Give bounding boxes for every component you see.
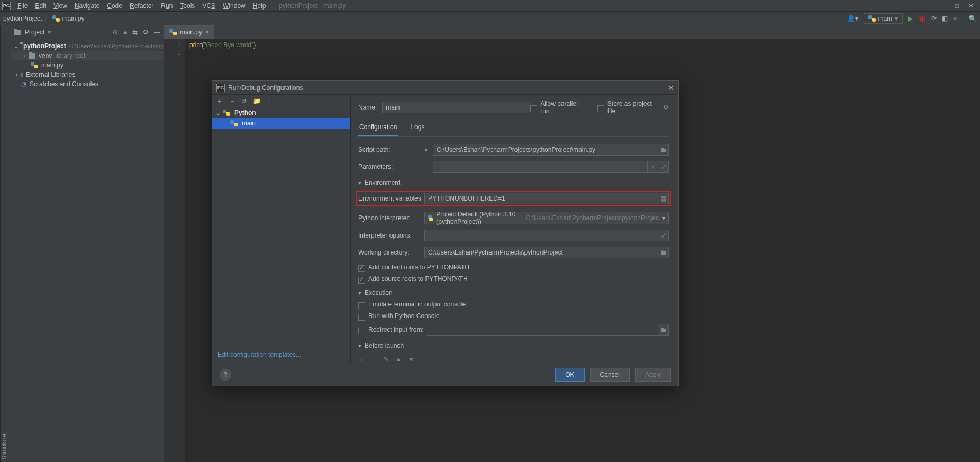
menu-navigate[interactable]: Navigate: [71, 2, 103, 10]
menu-bar: PC File Edit View Navigate Code Refactor…: [0, 0, 980, 12]
project-tool-tab[interactable]: Project: [0, 25, 11, 462]
collapse-all-icon[interactable]: ⇆: [132, 29, 138, 36]
chevron-down-icon[interactable]: ▾: [358, 289, 361, 296]
cancel-button[interactable]: Cancel: [590, 368, 630, 382]
menu-vcs[interactable]: VCS: [198, 2, 219, 10]
editor-tab-main[interactable]: main.py ×: [164, 25, 214, 39]
browse-icon[interactable]: 🖿: [658, 324, 669, 336]
window-maximize-icon[interactable]: □: [955, 2, 959, 10]
chevron-down-icon[interactable]: ▾: [48, 29, 51, 36]
remove-config-icon[interactable]: －: [229, 97, 235, 106]
expand-icon[interactable]: ＋: [648, 161, 658, 173]
tree-external[interactable]: › ⫴ External Libraries: [11, 70, 164, 79]
script-path-input[interactable]: [433, 144, 658, 156]
interpreter-path: C:\Users\Eshan\PycharmProjects\pythonPro…: [526, 214, 659, 222]
tab-label: main.py: [180, 29, 202, 36]
add-user-icon[interactable]: 👤▾: [847, 15, 858, 22]
breadcrumb-file[interactable]: main.py: [62, 15, 84, 22]
config-group-label: Python: [234, 109, 256, 116]
tree-venv[interactable]: › venv library root: [11, 51, 164, 60]
down-task-icon[interactable]: ▼: [408, 356, 414, 363]
redirect-input-label: Redirect input from:: [368, 326, 427, 333]
tree-scratches[interactable]: ◔ Scratches and Consoles: [11, 79, 164, 89]
save-config-icon[interactable]: 📁: [253, 97, 261, 105]
interpreter-label: Python interpreter:: [358, 214, 424, 222]
chevron-down-icon[interactable]: ▾: [358, 342, 361, 349]
edit-task-icon[interactable]: ✎: [384, 356, 389, 363]
tab-configuration[interactable]: Configuration: [358, 121, 398, 136]
breadcrumb-project[interactable]: pythonProject: [3, 15, 42, 22]
env-vars-label: Environment variables:: [358, 195, 424, 202]
structure-tool-tab[interactable]: Structure: [0, 432, 11, 462]
source-roots-checkbox[interactable]: [358, 277, 365, 284]
interp-options-input[interactable]: [424, 230, 658, 241]
copy-config-icon[interactable]: ⧉: [242, 97, 247, 105]
config-item-label: main: [242, 120, 256, 127]
workdir-input[interactable]: [424, 247, 658, 258]
browse-icon[interactable]: 🖿: [658, 144, 669, 156]
config-item-main[interactable]: main: [212, 118, 350, 129]
project-name: pythonProject: [23, 42, 66, 50]
add-task-icon[interactable]: ＋: [358, 356, 365, 363]
menu-help[interactable]: Help: [249, 2, 270, 10]
menu-view[interactable]: View: [50, 2, 71, 10]
expand-all-icon[interactable]: ≡: [123, 29, 127, 36]
dialog-title: Run/Debug Configurations: [228, 84, 303, 92]
allow-parallel-checkbox[interactable]: [530, 105, 537, 112]
chevron-down-icon[interactable]: ▾: [358, 179, 361, 186]
stop-icon[interactable]: ■: [953, 15, 957, 22]
python-icon: [223, 109, 230, 116]
menu-edit[interactable]: Edit: [31, 2, 50, 10]
hide-icon[interactable]: —: [154, 29, 160, 36]
close-tab-icon[interactable]: ×: [205, 29, 209, 36]
menu-code[interactable]: Code: [103, 2, 126, 10]
enlarge-icon[interactable]: ⤢: [658, 230, 669, 241]
move-config-icon[interactable]: ↕: [267, 97, 270, 105]
menu-refactor[interactable]: Refactor: [126, 2, 157, 10]
navigation-bar: pythonProject 〉 main.py 👤▾ main ▾ ▶ 🐞 ⟳ …: [0, 12, 980, 25]
run-console-checkbox[interactable]: [358, 314, 365, 321]
up-task-icon[interactable]: ▲: [395, 356, 402, 363]
edit-env-icon[interactable]: ▤: [658, 193, 669, 204]
add-config-icon[interactable]: ＋: [216, 97, 223, 106]
run-config-selector[interactable]: main ▾: [864, 13, 903, 24]
menu-run[interactable]: Run: [157, 2, 176, 10]
browse-icon[interactable]: 🖿: [658, 247, 669, 258]
select-opened-icon[interactable]: ⊙: [113, 29, 118, 36]
settings-icon[interactable]: ⚙: [143, 29, 149, 36]
ok-button[interactable]: OK: [555, 368, 584, 382]
debug-icon[interactable]: 🐞: [918, 15, 926, 22]
menu-file[interactable]: File: [14, 2, 31, 10]
content-roots-checkbox[interactable]: [358, 265, 365, 272]
name-input[interactable]: [382, 102, 530, 113]
config-group-python[interactable]: ⌄ Python: [212, 107, 350, 118]
help-icon[interactable]: ?: [220, 369, 231, 381]
tab-logs[interactable]: Logs: [410, 121, 425, 136]
interpreter-dropdown[interactable]: Project Default (Python 3.10 (pythonProj…: [424, 212, 669, 224]
run-icon[interactable]: ▶: [908, 15, 913, 22]
tree-mainfile[interactable]: main.py: [11, 60, 164, 70]
dialog-close-icon[interactable]: ✕: [668, 84, 674, 92]
menu-window[interactable]: Window: [219, 2, 249, 10]
chevron-down-icon[interactable]: ▾: [424, 146, 433, 153]
window-minimize-icon[interactable]: —: [939, 2, 946, 10]
enlarge-icon[interactable]: ⤢: [658, 161, 669, 173]
app-logo-icon: PC: [216, 84, 225, 92]
emulate-terminal-checkbox[interactable]: [358, 302, 365, 309]
menu-tools[interactable]: Tools: [176, 2, 198, 10]
parameters-input[interactable]: [433, 161, 648, 173]
store-project-checkbox[interactable]: [597, 105, 604, 112]
app-logo-icon: PC: [2, 2, 11, 10]
breadcrumb-separator-icon: 〉: [44, 14, 50, 23]
edit-templates-link[interactable]: Edit configuration templates...: [212, 347, 350, 363]
env-vars-input[interactable]: [424, 193, 658, 204]
tree-root[interactable]: ⌄ pythonProject C:\Users\Eshan\PycharmPr…: [11, 41, 164, 51]
search-icon[interactable]: 🔍: [969, 15, 977, 22]
window-close-icon[interactable]: ✕: [968, 2, 974, 10]
profile-icon[interactable]: ◧: [942, 15, 948, 22]
remove-task-icon[interactable]: －: [371, 356, 377, 363]
coverage-icon[interactable]: ⟳: [931, 15, 937, 22]
redirect-input-checkbox[interactable]: [358, 328, 365, 334]
apply-button[interactable]: Apply: [635, 368, 671, 382]
gear-icon[interactable]: ⚙: [663, 104, 669, 111]
